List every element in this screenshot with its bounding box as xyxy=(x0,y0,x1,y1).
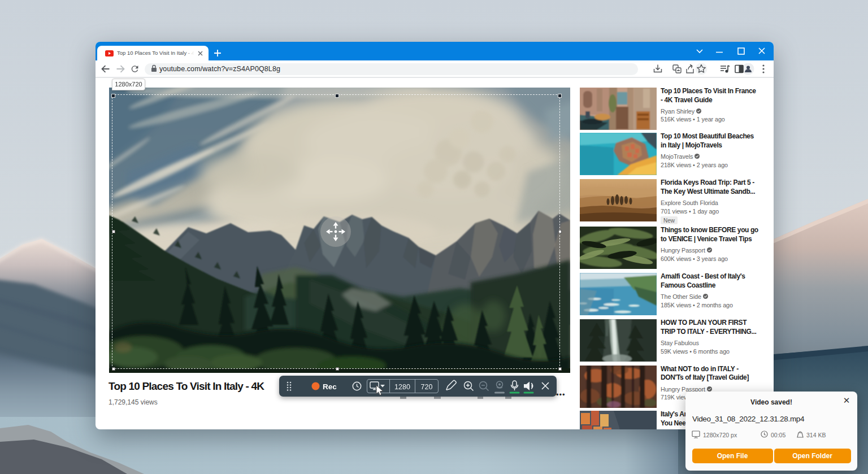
svg-text:1280: 1280 xyxy=(394,382,410,390)
svg-text:Rec: Rec xyxy=(323,382,337,390)
svg-text:720: 720 xyxy=(420,382,432,390)
